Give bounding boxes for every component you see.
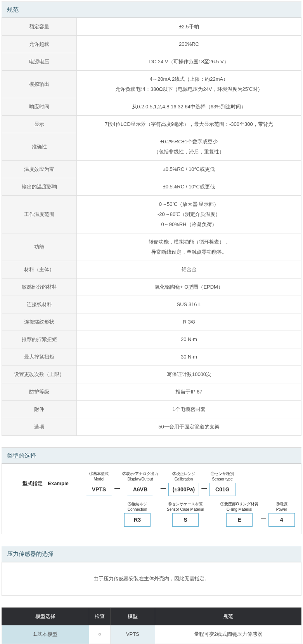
code-box: S xyxy=(172,513,199,526)
spec-label: 额定容量 xyxy=(2,18,77,36)
spec-label: 温度效应为零 xyxy=(2,161,77,178)
section-sensor-header: 压力传感器的选择 xyxy=(2,546,301,562)
code-label: ②表示·アナログ出力Display/Output xyxy=(122,471,158,482)
code-label: ④センサ種別Sensor type xyxy=(211,471,234,482)
section-type-header: 类型的选择 xyxy=(2,447,301,464)
spec-value: 50一套用于固定管道的支架 xyxy=(77,418,301,436)
spec-table: 额定容量±2.5千帕允许超载200%RC电源电压DC 24 V（可操作范围18至… xyxy=(2,18,301,436)
spec-label: 选项 xyxy=(2,418,77,436)
spec-label: 推荐的拧紧扭矩 xyxy=(2,331,77,348)
code-box: R3 xyxy=(124,513,151,526)
code-box: 4 xyxy=(268,513,295,526)
spec-label: 允许超载 xyxy=(2,36,77,53)
spec-label: 连接线材料 xyxy=(2,296,77,313)
spec-value: 相当于IP 67 xyxy=(77,383,301,401)
model-header: 模型 xyxy=(110,607,155,625)
code-label: ③校正レンジCalibration xyxy=(172,471,196,482)
dash: — xyxy=(161,475,166,493)
spec-value: ±2.5千帕 xyxy=(77,18,301,36)
dash: — xyxy=(201,475,207,493)
spec-value: DC 24 V（可操作范围18至26.5 V） xyxy=(77,53,301,71)
spec-label: 功能 xyxy=(2,233,77,261)
spec-label: 模拟输出 xyxy=(2,71,77,98)
code-label: ⑦受圧部Oリング材質O-ring Material xyxy=(220,501,258,512)
code-label: ⑤接続ネジConnection xyxy=(128,501,147,512)
sensor-note: 由于压力传感器安装在主体外壳内，因此无需指定。 xyxy=(2,562,301,596)
spec-label: 设置更改次数（上限） xyxy=(2,366,77,383)
spec-label: 防护等级 xyxy=(2,383,77,401)
code-label: ①基本型式Model xyxy=(89,471,109,482)
spec-value: 从0.2,0.5,1,2,4,8,16,32,64中选择（63%到达时间） xyxy=(77,98,301,116)
spec-value: ±0.5%RC / 10℃或更低 xyxy=(77,178,301,196)
spec-value: 转储功能，模拟功能（循环检查），异常断线设定，单触点零功能等。 xyxy=(77,233,301,261)
spec-label: 工作温度范围 xyxy=(2,196,77,233)
spec-value: R 3/8 xyxy=(77,313,301,331)
spec-label: 最大拧紧扭矩 xyxy=(2,348,77,366)
spec-label: 响应时间 xyxy=(2,98,77,116)
spec-label: 输出的温度影响 xyxy=(2,178,77,196)
spec-value: 铝合金 xyxy=(77,261,301,278)
spec-value: 4～20mA 2线式（上限：约22mA）允许负载电阻：380Ω以下（电源电压为2… xyxy=(77,71,301,98)
spec-value: ±0.2%RC±1个数字或更少（包括非线性，滞后，重复性） xyxy=(77,133,301,161)
spec-value: 7段4位LCD显示器（字符高度9毫米），最大显示范围：-300至300，带背光 xyxy=(77,116,301,133)
spec-value: 写保证计数10000次 xyxy=(77,366,301,383)
spec-label: 附件 xyxy=(2,401,77,418)
type-selection-box: 型式指定 Example①基本型式ModelVPTS—②表示·アナログ出力Dis… xyxy=(2,464,301,534)
model-header: 规范 xyxy=(155,607,301,625)
spec-value: 1个电缆密封套 xyxy=(77,401,301,418)
code-box: A6VB xyxy=(127,483,153,496)
spec-label: 显示 xyxy=(2,116,77,133)
spec-value: 氧化铝陶瓷+ O型圈（EPDM） xyxy=(77,278,301,296)
model-table: 模型选择检查模型规范 1.基本模型○VPTS量程可变2线式陶瓷压力传感器2.显示… xyxy=(2,607,301,644)
spec-value: 0～50℃（放大器·显示部）-20～80℃（测定介质温度）0～90%RH（冷凝负… xyxy=(77,196,301,233)
spec-value: SUS 316 L xyxy=(77,296,301,313)
type-prefix: 型式指定 Example xyxy=(8,480,83,488)
code-box: E xyxy=(226,513,253,526)
spec-value: 20 N·m xyxy=(77,331,301,348)
dash: — xyxy=(261,505,266,523)
spec-label: 敏感部分的材料 xyxy=(2,278,77,296)
model-check: ○ xyxy=(89,625,110,644)
spec-label: 准确性 xyxy=(2,133,77,161)
model-select: 1.基本模型 xyxy=(2,625,89,644)
spec-label: 材料（主体） xyxy=(2,261,77,278)
code-box: (±300Pa) xyxy=(168,483,199,496)
code-box: VPTS xyxy=(86,483,112,496)
model-code: VPTS xyxy=(110,625,155,644)
model-header: 检查 xyxy=(89,607,110,625)
section-spec-header: 规范 xyxy=(2,2,301,18)
dash: — xyxy=(114,475,120,493)
model-spec: 量程可变2线式陶瓷压力传感器 xyxy=(155,625,301,644)
spec-value: ±0.5%RC / 10℃或更低 xyxy=(77,161,301,178)
code-box: C01G xyxy=(209,483,235,496)
spec-label: 连接螺纹形状 xyxy=(2,313,77,331)
code-label: ⑧電源Power xyxy=(276,501,287,512)
code-label: ⑥センサケース材質Sensor Case Material xyxy=(167,501,204,512)
model-header: 模型选择 xyxy=(2,607,89,625)
spec-value: 30 N·m xyxy=(77,348,301,366)
spec-label: 电源电压 xyxy=(2,53,77,71)
spec-value: 200%RC xyxy=(77,36,301,53)
